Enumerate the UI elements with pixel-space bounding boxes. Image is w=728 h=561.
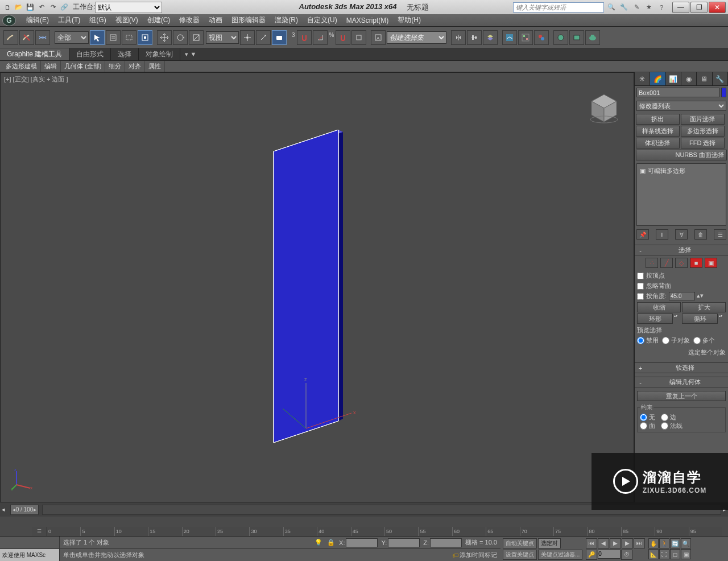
radio-subobj[interactable]: 子对象	[662, 336, 690, 345]
fov-icon[interactable]: 📐	[648, 549, 659, 559]
btn-extrude[interactable]: 挤出	[636, 114, 680, 125]
angle-snap-icon[interactable]	[313, 30, 328, 45]
modifier-stack[interactable]: ▣ 可编辑多边形	[636, 163, 726, 226]
radio-normal[interactable]: 法线	[661, 422, 682, 430]
angle-spinner-btns[interactable]: ▴▾	[697, 292, 704, 300]
pivot-center-icon[interactable]	[240, 30, 255, 45]
border-icon[interactable]: ◇	[675, 258, 688, 268]
move-icon[interactable]	[157, 30, 172, 45]
maximize-button[interactable]: ❐	[690, 2, 708, 13]
percent-snap-icon[interactable]	[336, 30, 350, 45]
expand-icon[interactable]: ▣	[640, 167, 646, 175]
tab-hierarchy-icon[interactable]: 📊	[666, 72, 681, 85]
key-icon[interactable]: 🔧	[619, 2, 629, 13]
render-frame-icon[interactable]	[569, 30, 584, 45]
spinner-snap-icon[interactable]	[351, 30, 366, 45]
btn-grow[interactable]: 扩大	[682, 302, 726, 312]
keyboard-shortcut-icon[interactable]	[272, 30, 287, 45]
x-input[interactable]	[346, 538, 378, 547]
search-icon[interactable]: 🔍	[606, 2, 617, 13]
radio-face[interactable]: 面	[640, 422, 655, 430]
select-region-rect-icon[interactable]	[122, 30, 136, 45]
autokey-button[interactable]: 自动关键点	[503, 538, 537, 548]
btn-repeat-last[interactable]: 重复上一个	[637, 391, 726, 401]
menu-maxscript[interactable]: MAXScript(M)	[342, 14, 394, 26]
chk-byangle[interactable]	[637, 293, 644, 300]
object-name-input[interactable]	[636, 88, 719, 97]
open-icon[interactable]: 📂	[14, 3, 24, 12]
menu-rendering[interactable]: 渲染(R)	[270, 14, 303, 26]
angle-input[interactable]	[669, 292, 695, 300]
align-icon[interactable]	[467, 30, 482, 45]
named-selection-dropdown[interactable]: 创建选择集	[387, 31, 446, 44]
vertex-icon[interactable]: ∴	[646, 258, 658, 268]
layers-icon[interactable]	[483, 30, 498, 45]
tab-utilities-icon[interactable]: 🔧	[713, 72, 728, 85]
menu-create[interactable]: 创建(C)	[143, 14, 175, 26]
goto-end-icon[interactable]: ⏭	[634, 538, 645, 548]
selection-lock-icon[interactable]: 🔒	[326, 538, 336, 547]
panel-props[interactable]: 属性	[145, 61, 165, 72]
panel-geomall[interactable]: 几何体 (全部)	[61, 61, 105, 72]
workspace-dropdown[interactable]: 默认	[95, 2, 162, 13]
manipulate-icon[interactable]	[256, 30, 271, 45]
setkey-button[interactable]: 设置关键点	[503, 550, 537, 560]
pin-stack-icon[interactable]: 📌	[636, 229, 649, 240]
mirror-icon[interactable]	[451, 30, 466, 45]
app-menu-icon[interactable]: G	[2, 15, 16, 26]
btn-splinesel[interactable]: 样条线选择	[636, 126, 680, 137]
ribbon-expand-icon[interactable]: ▾ ▼	[180, 48, 201, 60]
window-crossing-icon[interactable]	[138, 30, 152, 45]
timeline-prev2-icon[interactable]: ◂	[13, 506, 15, 513]
help-icon[interactable]: ?	[656, 2, 667, 13]
chk-ignoreback[interactable]: 忽略背面	[637, 282, 726, 290]
keyfilter-button[interactable]: 关键点过滤器...	[538, 550, 582, 560]
viewport-maximize[interactable]: [+]	[4, 76, 11, 82]
btn-loop[interactable]: 循环	[682, 314, 718, 324]
unlink-icon[interactable]	[19, 30, 34, 45]
object-color-swatch[interactable]	[721, 88, 726, 97]
add-timetag[interactable]: 添加时间标记	[460, 551, 497, 559]
radio-edge[interactable]: 边	[661, 413, 676, 422]
panel-edit[interactable]: 编辑	[41, 61, 61, 72]
render-icon[interactable]	[585, 30, 600, 45]
polygon-icon[interactable]: ■	[690, 258, 702, 268]
tab-create-icon[interactable]: ✳	[635, 72, 650, 85]
tab-graphite[interactable]: Graphite 建模工具	[0, 48, 69, 60]
viewport-name[interactable]: [正交]	[13, 76, 29, 82]
menu-group[interactable]: 组(G)	[85, 14, 110, 26]
orbit-icon[interactable]: 🔄	[670, 538, 680, 548]
save-icon[interactable]: 💾	[25, 3, 35, 12]
named-selection-edit-icon[interactable]: A	[371, 30, 386, 45]
menu-modifiers[interactable]: 修改器	[175, 14, 204, 26]
edge-icon[interactable]: ╱	[660, 258, 673, 268]
z-input[interactable]	[430, 538, 462, 547]
timeline-prev-icon[interactable]: ◂	[0, 506, 7, 513]
render-setup-icon[interactable]	[553, 30, 568, 45]
key-mode-icon[interactable]: 🔑	[586, 550, 597, 560]
tab-freeform[interactable]: 自由形式	[69, 48, 111, 60]
trackbar-toggle-icon[interactable]: ☰	[32, 527, 47, 536]
undo-icon[interactable]: ↶	[36, 3, 47, 12]
lock-icon[interactable]: 💡	[314, 538, 323, 547]
ref-coord-system[interactable]: 视图	[206, 31, 239, 44]
btn-polysel[interactable]: 多边形选择	[681, 126, 725, 137]
radio-disable[interactable]: 禁用	[637, 336, 659, 345]
selset-button[interactable]: 选定对	[538, 538, 561, 548]
chk-byvertex[interactable]: 按顶点	[637, 271, 726, 280]
selection-filter[interactable]: 全部	[55, 31, 89, 44]
radio-multi[interactable]: 多个	[693, 336, 715, 345]
track-bar[interactable]: ☰ 0 5 10 15 20 25 30 35 40 45 50 55 60 6…	[32, 527, 722, 536]
menu-tools[interactable]: 工具(T)	[53, 14, 85, 26]
zoom-all-icon[interactable]: ⛶	[659, 549, 669, 559]
tab-selection[interactable]: 选择	[111, 48, 139, 60]
menu-animation[interactable]: 动画	[204, 14, 227, 26]
redo-icon[interactable]: ↷	[48, 3, 58, 12]
minimize-button[interactable]: —	[672, 2, 689, 13]
walk-icon[interactable]: 🚶	[659, 538, 669, 548]
timetag-icon[interactable]: 🏷	[450, 551, 460, 560]
show-result-icon[interactable]: Ⅱ	[656, 229, 668, 240]
rollout-softsel-header[interactable]: + 软选择	[635, 363, 728, 373]
bind-spacewarp-icon[interactable]	[35, 30, 50, 45]
prev-frame-icon[interactable]: ◀	[598, 538, 609, 548]
